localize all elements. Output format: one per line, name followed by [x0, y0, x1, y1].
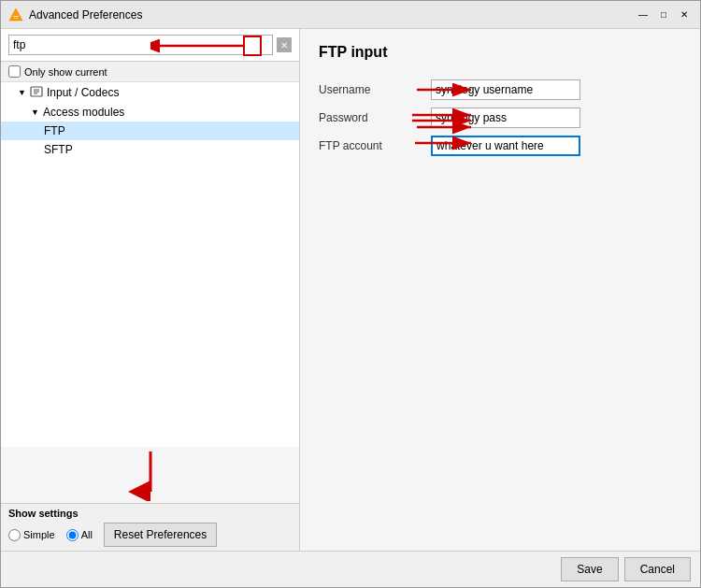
- password-input[interactable]: [431, 108, 580, 128]
- tree-item-input-codecs[interactable]: ▼ Input / Codecs: [1, 82, 299, 103]
- tree-item-sftp[interactable]: SFTP: [1, 140, 299, 159]
- title-bar: Advanced Preferences — □ ✕: [1, 1, 700, 29]
- password-label: Password: [319, 111, 431, 124]
- username-field-container: [431, 79, 681, 100]
- maximize-button[interactable]: □: [655, 7, 672, 23]
- ftp-account-label: FTP account: [319, 139, 431, 152]
- save-button[interactable]: Save: [561, 557, 618, 581]
- svg-marker-0: [9, 8, 22, 21]
- radio-group: Simple All Reset Preferences: [8, 523, 292, 547]
- vlc-icon: [8, 7, 23, 22]
- input-codecs-label: Input / Codecs: [47, 86, 119, 99]
- radio-all-text: All: [81, 529, 93, 540]
- password-field-container: [431, 108, 681, 128]
- advanced-preferences-window: Advanced Preferences — □ ✕ ✕: [0, 0, 701, 588]
- only-show-current-checkbox[interactable]: [8, 65, 21, 78]
- tree-item-access-modules[interactable]: ▼ Access modules: [1, 103, 299, 122]
- bottom-bar: Show settings Simple All Reset Preferenc…: [1, 503, 299, 551]
- window-title: Advanced Preferences: [29, 8, 142, 22]
- only-show-current-row: Only show current: [1, 62, 299, 82]
- svg-rect-1: [13, 16, 19, 17]
- sftp-label: SFTP: [44, 143, 73, 156]
- tree-area[interactable]: ▼ Input / Codecs ▼ Acc: [1, 82, 299, 447]
- chevron-down-icon: ▼: [18, 88, 27, 97]
- title-controls: — □ ✕: [635, 7, 693, 23]
- minimize-button[interactable]: —: [635, 7, 651, 23]
- radio-all-label: All: [66, 529, 93, 541]
- only-show-current-label: Only show current: [24, 66, 107, 78]
- reset-preferences-button[interactable]: Reset Preferences: [104, 523, 217, 547]
- username-input[interactable]: [431, 79, 580, 100]
- access-modules-label: Access modules: [43, 106, 124, 119]
- tree-item-ftp[interactable]: FTP: [1, 122, 299, 140]
- down-arrow-annotation: [127, 450, 174, 501]
- ftp-account-input[interactable]: [431, 136, 580, 156]
- radio-simple-label: Simple: [8, 529, 55, 541]
- search-area: ✕: [1, 29, 299, 62]
- panel-title: FTP input: [319, 44, 681, 61]
- codecs-icon: [30, 85, 43, 100]
- right-panel: FTP input Username Password FTP account: [300, 29, 700, 551]
- cancel-button[interactable]: Cancel: [624, 557, 691, 581]
- footer: Save Cancel: [1, 551, 700, 587]
- search-bar: ✕: [1, 29, 299, 62]
- left-panel: ✕ Only show current: [1, 29, 300, 551]
- radio-all[interactable]: [66, 529, 79, 541]
- search-clear-button[interactable]: ✕: [277, 37, 292, 52]
- radio-simple-text: Simple: [23, 529, 55, 540]
- ftp-label: FTP: [44, 124, 65, 137]
- search-input[interactable]: [8, 35, 273, 55]
- title-bar-left: Advanced Preferences: [8, 7, 142, 22]
- username-label: Username: [319, 83, 431, 96]
- close-button[interactable]: ✕: [676, 7, 693, 23]
- show-settings-label: Show settings: [8, 508, 292, 519]
- content-area: ✕ Only show current: [1, 29, 700, 551]
- down-arrow-area: [1, 447, 299, 503]
- radio-simple[interactable]: [8, 529, 21, 541]
- ftp-account-field-container: [431, 136, 681, 156]
- form-table: Username Password FTP account: [319, 79, 681, 156]
- chevron-down-icon-2: ▼: [31, 108, 40, 117]
- svg-rect-2: [14, 18, 18, 19]
- form-container: Username Password FTP account: [319, 79, 681, 156]
